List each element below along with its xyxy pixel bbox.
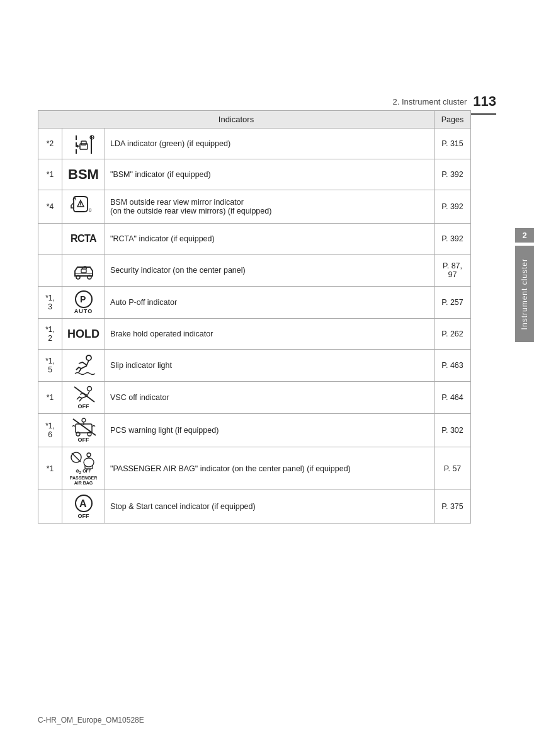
row-description: PCS warning light (if equipped) (105, 414, 435, 447)
table-row: *1 (38, 447, 471, 490)
row-description: LDA indicator (green) (if equipped) (105, 129, 435, 159)
row-note: *1, 3 (38, 287, 62, 319)
row-page: P. 57 (435, 447, 471, 490)
off-label-pcs: OFF (78, 437, 89, 443)
chapter-label: 2. Instrument cluster (393, 97, 467, 106)
row-description: Stop & Start cancel indicator (if equipp… (105, 490, 435, 524)
row-icon (62, 129, 105, 159)
row-icon: OFF (62, 382, 105, 414)
table-header-indicators: Indicators (38, 111, 435, 129)
row-note: *1, 5 (38, 350, 62, 382)
svg-rect-5 (81, 141, 86, 145)
vsc-off-icon (72, 386, 96, 403)
row-page: P. 375 (435, 490, 471, 524)
svg-point-25 (82, 418, 86, 422)
row-description: VSC off indicator (105, 382, 435, 414)
svg-point-20 (87, 387, 91, 391)
table-row: Security indicator (on the center panel)… (38, 255, 471, 287)
auto-label: AUTO (74, 308, 93, 314)
svg-text:P: P (80, 294, 86, 304)
sidebar-label: Instrument cluster (520, 258, 529, 329)
svg-line-28 (72, 453, 81, 462)
row-page: P. 392 (435, 159, 471, 190)
row-note (38, 490, 62, 524)
row-icon (62, 350, 105, 382)
off-label: OFF (78, 403, 89, 410)
row-icon: BSM (62, 159, 105, 190)
row-icon: A 0 (62, 190, 105, 224)
row-note: *1 (38, 447, 62, 490)
svg-point-10 (80, 205, 81, 207)
table-row: *2 (38, 129, 471, 159)
svg-point-7 (91, 137, 92, 138)
rcta-text-icon: RCTA (71, 233, 96, 244)
row-icon: OFF (62, 414, 105, 447)
svg-text:A: A (72, 195, 77, 202)
row-icon: RCTA (62, 224, 105, 255)
row-page: P. 463 (435, 350, 471, 382)
main-content: Indicators Pages *2 (38, 110, 471, 524)
row-page: P. 262 (435, 319, 471, 350)
hold-text-icon: HOLD (67, 328, 99, 341)
table-header-pages: Pages (435, 111, 471, 129)
bsm-text-icon: BSM (68, 166, 99, 183)
row-description: "BSM" indicator (if equipped) (105, 159, 435, 190)
row-description: Slip indicator light (105, 350, 435, 382)
row-note: *4 (38, 190, 62, 224)
row-page: P. 392 (435, 224, 471, 255)
row-page: P. 87,97 (435, 255, 471, 287)
auto-p-icon: P (72, 290, 96, 308)
table-row: *1, 2 HOLD Brake hold operated indicator… (38, 319, 471, 350)
row-page: P. 464 (435, 382, 471, 414)
svg-point-29 (87, 453, 91, 457)
svg-text:A: A (79, 498, 87, 509)
svg-point-19 (86, 355, 91, 360)
table-row: *4 A (38, 190, 471, 224)
row-description: Security indicator (on the center panel) (105, 255, 435, 287)
row-description: BSM outside rear view mirror indicator(o… (105, 190, 435, 224)
svg-text:0: 0 (89, 207, 92, 213)
airbag-label: ⊘2 OFF PASSENGER AIR BAG (70, 469, 97, 486)
lda-icon (71, 132, 96, 155)
table-row: *1 O (38, 382, 471, 414)
bsm-mirror-icon: A 0 (70, 194, 98, 219)
row-icon (62, 255, 105, 287)
page-number: 113 (473, 93, 496, 110)
slip-icon (70, 353, 98, 377)
airbag-icon (70, 451, 98, 469)
row-note: *1 (38, 382, 62, 414)
row-icon: ⊘2 OFF PASSENGER AIR BAG (62, 447, 105, 490)
sidebar-tab: Instrument cluster (515, 246, 534, 342)
table-row: RCTA "RCTA" indicator (if equipped) P. 3… (38, 224, 471, 255)
security-icon (70, 258, 98, 282)
indicators-table: Indicators Pages *2 (38, 110, 471, 524)
svg-rect-16 (81, 269, 86, 273)
footer-text: C-HR_OM_Europe_OM10528E (38, 716, 144, 724)
row-description: Brake hold operated indicator (105, 319, 435, 350)
stop-start-icon: A (71, 494, 96, 513)
row-note (38, 224, 62, 255)
table-row: *1, 6 (38, 414, 471, 447)
row-icon: HOLD (62, 319, 105, 350)
row-note: *2 (38, 129, 62, 159)
row-page: P. 302 (435, 414, 471, 447)
row-page: P. 315 (435, 129, 471, 159)
page-footer: C-HR_OM_Europe_OM10528E (38, 716, 144, 724)
stop-start-off-label: OFF (78, 513, 89, 519)
row-note: *1, 2 (38, 319, 62, 350)
table-row: *1 BSM "BSM" indicator (if equipped) P. … (38, 159, 471, 190)
row-note: *1 (38, 159, 62, 190)
row-icon: P AUTO (62, 287, 105, 319)
row-note (38, 255, 62, 287)
table-row: *1, 3 P AUTO Auto P-off indicato (38, 287, 471, 319)
sidebar-number: 2 (515, 228, 534, 243)
row-description: Auto P-off indicator (105, 287, 435, 319)
table-row: A OFF Stop & Start cancel indicator (if … (38, 490, 471, 524)
row-page: P. 392 (435, 190, 471, 224)
row-description: "RCTA" indicator (if equipped) (105, 224, 435, 255)
row-note: *1, 6 (38, 414, 62, 447)
row-icon: A OFF (62, 490, 105, 524)
row-description: "PASSENGER AIR BAG" indicator (on the ce… (105, 447, 435, 490)
pcs-icon (71, 418, 97, 437)
table-row: *1, 5 (38, 350, 471, 382)
